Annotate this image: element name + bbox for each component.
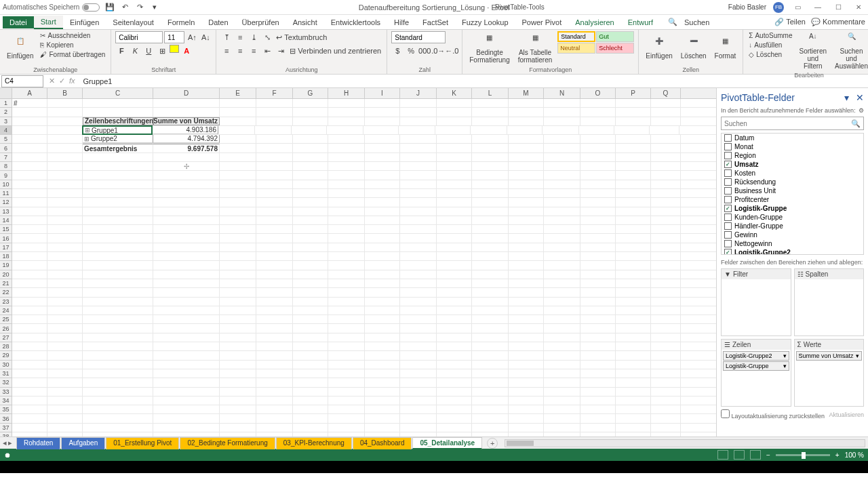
delete-cells-button[interactable]: ➖Löschen [678, 31, 709, 66]
style-gut[interactable]: Gut [596, 31, 634, 42]
cell-L22[interactable] [472, 288, 509, 296]
cell-Q17[interactable] [651, 243, 681, 251]
cell-F37[interactable] [256, 424, 293, 432]
increase-font-icon[interactable]: A↑ [186, 31, 198, 43]
cell-I15[interactable] [365, 225, 400, 233]
cell-Q25[interactable] [651, 315, 681, 323]
cell-F21[interactable] [256, 279, 293, 287]
row-header-29[interactable]: 29 [0, 351, 12, 360]
cell-M37[interactable] [509, 424, 544, 432]
cell-B36[interactable] [47, 414, 83, 422]
cell-A1[interactable]: # [12, 99, 47, 107]
cell-L28[interactable] [472, 342, 509, 350]
record-macro-icon[interactable]: ⏺ [4, 451, 11, 459]
autosave-toggle[interactable]: Automatisches Speichern [3, 3, 100, 12]
field-region[interactable]: Region [722, 151, 863, 160]
row-header-10[interactable]: 10 [0, 180, 12, 189]
col-header-Q[interactable]: Q [651, 88, 681, 98]
cell-J30[interactable] [400, 361, 437, 369]
cell-I25[interactable] [365, 315, 400, 323]
cell-D7[interactable] [153, 153, 220, 161]
fill-color-button[interactable] [170, 45, 179, 53]
cell-B2[interactable] [47, 108, 83, 116]
cell-O16[interactable] [580, 234, 616, 242]
cell-A36[interactable] [12, 414, 47, 422]
cell-H23[interactable] [328, 298, 365, 306]
cell-B33[interactable] [47, 388, 83, 396]
row-header-30[interactable]: 30 [0, 361, 12, 369]
cell-M12[interactable] [509, 198, 544, 206]
cell-F6[interactable] [256, 144, 293, 152]
row-header-9[interactable]: 9 [0, 171, 12, 180]
cell-C7[interactable] [83, 153, 153, 161]
align-top-icon[interactable]: ⤒ [220, 31, 233, 43]
cell-O14[interactable] [580, 216, 616, 224]
cell-Q37[interactable] [651, 424, 681, 432]
cell-M24[interactable] [509, 306, 544, 314]
ribbon-options-icon[interactable]: ▭ [791, 3, 804, 12]
cell-F31[interactable] [256, 369, 293, 378]
cell-K3[interactable] [437, 117, 472, 125]
cell-H6[interactable] [328, 144, 365, 152]
cell-Q20[interactable] [651, 270, 681, 279]
cell-G32[interactable] [293, 378, 328, 386]
cell-M9[interactable] [509, 171, 544, 179]
cell-C20[interactable] [83, 270, 153, 279]
cell-O24[interactable] [580, 306, 616, 314]
cell-F20[interactable] [256, 270, 293, 279]
cell-K8[interactable] [437, 162, 472, 170]
cell-H10[interactable] [328, 180, 365, 188]
cell-F34[interactable] [256, 396, 293, 405]
cell-A33[interactable] [12, 388, 47, 396]
col-header-K[interactable]: K [437, 88, 472, 98]
cell-O20[interactable] [580, 270, 616, 279]
cell-D30[interactable] [153, 361, 220, 369]
cell-L8[interactable] [472, 162, 509, 170]
cell-K37[interactable] [437, 424, 472, 432]
cell-O19[interactable] [580, 261, 616, 269]
cell-Q15[interactable] [651, 225, 681, 233]
cell-Q9[interactable] [651, 171, 681, 179]
cell-E17[interactable] [220, 243, 256, 251]
decrease-decimal-icon[interactable]: ←.0 [446, 45, 458, 57]
cell-P33[interactable] [616, 388, 651, 396]
tab-developer[interactable]: Entwicklertools [324, 16, 387, 28]
cell-I31[interactable] [365, 369, 400, 378]
field-datum[interactable]: Datum [722, 134, 863, 142]
toggle-switch[interactable] [82, 3, 100, 12]
cell-G11[interactable] [293, 189, 328, 197]
cell-F3[interactable] [256, 117, 293, 125]
cell-M33[interactable] [509, 388, 544, 396]
cell-N29[interactable] [544, 351, 580, 359]
cell-E10[interactable] [220, 180, 256, 188]
cell-F33[interactable] [256, 388, 293, 396]
font-color-button[interactable]: A [180, 45, 193, 57]
cell-I9[interactable] [365, 171, 400, 179]
cell-I12[interactable] [365, 198, 400, 206]
cell-H12[interactable] [328, 198, 365, 206]
cell-N24[interactable] [544, 306, 580, 314]
tab-analyze[interactable]: Analysieren [568, 16, 620, 28]
cell-D35[interactable] [153, 405, 220, 413]
add-sheet-button[interactable]: + [487, 438, 498, 449]
tab-powerpivot[interactable]: Power Pivot [515, 16, 569, 28]
cell-M17[interactable] [509, 243, 544, 251]
cell-G16[interactable] [293, 234, 328, 242]
cell-O36[interactable] [580, 414, 616, 422]
cell-B10[interactable] [47, 180, 83, 188]
cell-E7[interactable] [220, 153, 256, 161]
cell-O28[interactable] [580, 342, 616, 350]
cell-K35[interactable] [437, 405, 472, 413]
cell-H21[interactable] [328, 279, 365, 287]
cell-F25[interactable] [256, 315, 293, 323]
cell-Q11[interactable] [651, 189, 681, 197]
cell-L9[interactable] [472, 171, 509, 179]
row-header-20[interactable]: 20 [0, 270, 12, 279]
cell-M32[interactable] [509, 378, 544, 386]
field-pane-close-icon[interactable]: ✕ [856, 92, 864, 103]
cell-E28[interactable] [220, 342, 256, 350]
cell-K22[interactable] [437, 288, 472, 296]
cell-E8[interactable] [220, 162, 256, 170]
cell-Q4[interactable] [650, 126, 679, 134]
cell-N35[interactable] [544, 405, 580, 413]
